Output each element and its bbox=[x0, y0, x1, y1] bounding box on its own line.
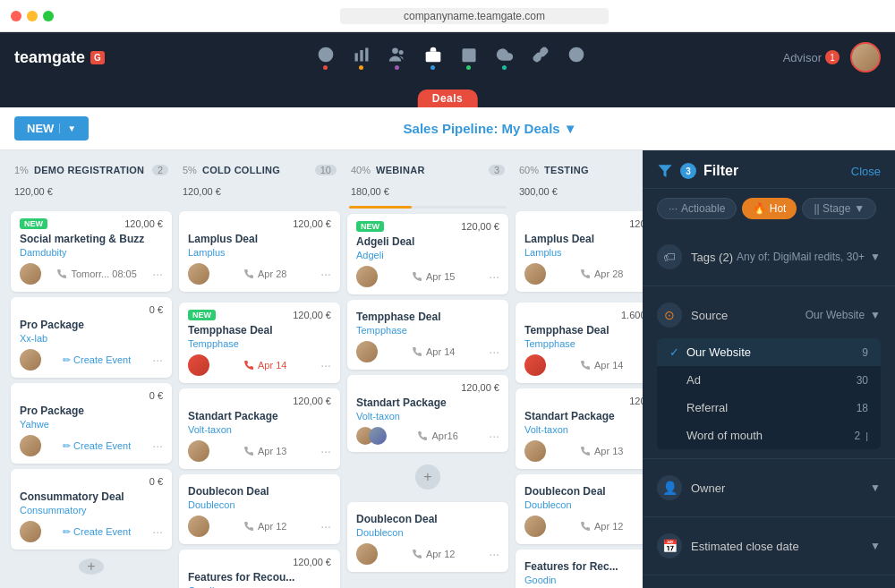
card-company[interactable]: Volt-taxon bbox=[188, 424, 331, 435]
card-consummatory[interactable]: 0 € Consummatory Deal Consummatory ✏ Cre… bbox=[11, 469, 172, 550]
card-avatar bbox=[20, 435, 41, 456]
card-standart-web[interactable]: 120,00 € Standart Package Volt-taxon Apr… bbox=[347, 375, 508, 452]
card-more-btn[interactable]: ··· bbox=[152, 267, 163, 281]
card-company[interactable]: Xx-lab bbox=[20, 333, 163, 344]
minimize-window-btn[interactable] bbox=[27, 11, 38, 21]
source-option-word-of-mouth[interactable]: ✓ Word of mouth 2 | bbox=[657, 422, 881, 449]
chip-hot[interactable]: 🔥 Hot bbox=[742, 198, 797, 219]
add-card-webinar[interactable]: + bbox=[415, 464, 440, 490]
card-tempphase-cold[interactable]: NEW 120,00 € Tempphase Deal Tempphase Ap… bbox=[179, 303, 340, 383]
svg-marker-14 bbox=[659, 165, 672, 177]
source-option-our-website[interactable]: ✓Our Website 9 bbox=[657, 338, 881, 366]
card-lamplus-testing[interactable]: 120,00 € Lamplus Deal Lamplus Apr 28 ··· bbox=[516, 211, 643, 292]
card-more-btn[interactable]: ··· bbox=[489, 269, 499, 284]
card-standart-cold[interactable]: 120,00 € Standart Package Volt-taxon Apr… bbox=[179, 388, 340, 469]
card-more-btn[interactable]: ··· bbox=[489, 547, 499, 561]
nav-links[interactable] bbox=[532, 46, 550, 70]
card-tempphase-testing[interactable]: 1.600,00 € Tempphase Deal Tempphase Apr … bbox=[516, 303, 643, 383]
card-amount: 120,00 € bbox=[293, 218, 331, 229]
card-company[interactable]: Consummatory bbox=[20, 505, 163, 516]
nav-calendar[interactable] bbox=[460, 46, 478, 70]
card-pro-package-1[interactable]: 0 € Pro Package Xx-lab ✏ Create Event ··… bbox=[11, 297, 172, 378]
card-more-btn[interactable]: ··· bbox=[320, 358, 331, 372]
svg-rect-2 bbox=[360, 50, 362, 62]
card-amount: 1.600,00 € bbox=[621, 310, 643, 320]
card-company[interactable]: Doublecon bbox=[524, 499, 643, 510]
card-more-btn[interactable]: ··· bbox=[152, 353, 163, 367]
card-title: Doublecon Deal bbox=[188, 485, 331, 498]
card-doublecon-cold[interactable]: Doublecon Deal Doublecon Apr 12 ··· bbox=[179, 474, 340, 544]
card-title: Lamplus Deal bbox=[188, 233, 331, 245]
card-more-btn[interactable]: ··· bbox=[320, 444, 331, 458]
card-doublecon-web[interactable]: Doublecon Deal Doublecon Apr 12 ··· bbox=[347, 502, 508, 572]
col-title-demo: DEMO REGISTRATION bbox=[34, 165, 144, 175]
card-create-event[interactable]: ✏ Create Event bbox=[63, 526, 131, 538]
card-lamplus-cold[interactable]: 120,00 € Lamplus Deal Lamplus Apr 28 ··· bbox=[179, 211, 340, 292]
card-standart-testing[interactable]: 120,00 € Standart Package Volt-taxon Apr… bbox=[516, 388, 643, 469]
card-create-event[interactable]: ✏ Create Event bbox=[63, 440, 131, 452]
card-features-cold[interactable]: 120,00 € Features for Recou... Goodin Ap… bbox=[179, 550, 340, 588]
url-bar[interactable]: companyname.teamgate.com bbox=[340, 8, 609, 24]
card-more-btn[interactable]: ··· bbox=[152, 524, 163, 539]
deals-tab[interactable]: Deals bbox=[418, 89, 478, 107]
nav-integrations[interactable] bbox=[496, 46, 514, 70]
card-doublecon-testing[interactable]: Doublecon Deal Doublecon Apr 12 ··· bbox=[516, 474, 643, 544]
card-features-testing[interactable]: Features for Rec... Goodin Apr 12 ··· bbox=[516, 550, 643, 588]
card-more-btn[interactable]: ··· bbox=[320, 267, 331, 281]
source-option-referral[interactable]: ✓Referral 18 bbox=[657, 394, 881, 422]
card-company[interactable]: Tempphase bbox=[188, 338, 331, 349]
pipeline-dropdown[interactable]: ▼ bbox=[564, 121, 577, 136]
card-amount: 120,00 € bbox=[293, 557, 331, 567]
card-company[interactable]: Goodin bbox=[524, 575, 643, 585]
card-company[interactable]: Doublecon bbox=[356, 527, 499, 538]
nav-deals[interactable] bbox=[424, 46, 442, 70]
filter-section-estimated: 📅 Estimated close date ▼ bbox=[643, 517, 895, 575]
maximize-window-btn[interactable] bbox=[43, 11, 54, 21]
notification-badge[interactable]: 1 bbox=[825, 50, 840, 64]
card-company[interactable]: Volt-taxon bbox=[356, 411, 499, 422]
card-call-info: Apr 13 bbox=[580, 446, 623, 456]
card-more-btn[interactable]: ··· bbox=[152, 439, 163, 453]
card-more-btn[interactable]: ··· bbox=[320, 519, 331, 533]
filter-row-period[interactable]: ⊟ Period ▼ bbox=[657, 584, 881, 588]
card-company[interactable]: Damdubity bbox=[20, 247, 163, 258]
chip-actionable[interactable]: ··· Actioable bbox=[657, 198, 737, 219]
filter-row-owner[interactable]: 👤 Owner ▼ bbox=[657, 468, 881, 507]
col-header-testing: 60% TESTING bbox=[516, 161, 643, 181]
filter-row-estimated[interactable]: 📅 Estimated close date ▼ bbox=[657, 526, 881, 566]
card-social-marketing[interactable]: NEW 120,00 € Social marketing & Buzz Dam… bbox=[11, 211, 172, 292]
card-more-btn[interactable]: ··· bbox=[489, 345, 499, 359]
stage-chevron: ▼ bbox=[854, 202, 865, 215]
filter-close-button[interactable]: Close bbox=[851, 165, 881, 178]
card-company[interactable]: Tempphase bbox=[524, 338, 643, 349]
new-deal-dropdown-arrow[interactable]: ▼ bbox=[59, 124, 76, 133]
nav-contacts[interactable] bbox=[388, 46, 406, 70]
card-title: Features for Recou... bbox=[188, 571, 331, 584]
new-deal-button[interactable]: NEW ▼ bbox=[14, 116, 89, 141]
close-window-btn[interactable] bbox=[11, 11, 21, 21]
filter-row-tags[interactable]: 🏷 Tags (2) Any of: DigiMail redits, 30+ … bbox=[657, 237, 881, 277]
add-card-demo[interactable]: + bbox=[79, 558, 104, 575]
card-more-btn[interactable]: ··· bbox=[489, 429, 499, 443]
avatar[interactable] bbox=[850, 42, 881, 72]
source-option-ad[interactable]: ✓Ad 30 bbox=[657, 366, 881, 394]
top-bar: companyname.teamgate.com bbox=[0, 0, 895, 32]
card-tempphase-web[interactable]: Tempphase Deal Tempphase Apr 14 ··· bbox=[347, 300, 508, 370]
card-company[interactable]: Adgeli bbox=[356, 250, 499, 260]
card-company[interactable]: Lamplus bbox=[188, 247, 331, 258]
card-company[interactable]: Yahwe bbox=[20, 419, 163, 430]
card-amount: 0 € bbox=[149, 304, 163, 315]
card-company[interactable]: Lamplus bbox=[524, 247, 643, 258]
filter-row-source[interactable]: ⊙ Source Our Website ▼ bbox=[657, 295, 881, 335]
card-company[interactable]: Volt-taxon bbox=[524, 424, 643, 435]
card-company[interactable]: Tempphase bbox=[356, 325, 499, 336]
chip-stage[interactable]: || Stage ▼ bbox=[802, 198, 876, 219]
card-company[interactable]: Doublecon bbox=[188, 499, 331, 510]
card-adgeli[interactable]: NEW 120,00 € Adgeli Deal Adgeli Apr 15 ·… bbox=[347, 214, 508, 294]
nav-globe[interactable] bbox=[567, 46, 585, 70]
card-create-event[interactable]: ✏ Create Event bbox=[63, 354, 131, 366]
card-pro-package-2[interactable]: 0 € Pro Package Yahwe ✏ Create Event ··· bbox=[11, 383, 172, 464]
nav-dashboard[interactable] bbox=[317, 46, 335, 70]
nav-analytics[interactable] bbox=[353, 46, 371, 70]
card-title: Features for Rec... bbox=[524, 560, 643, 573]
